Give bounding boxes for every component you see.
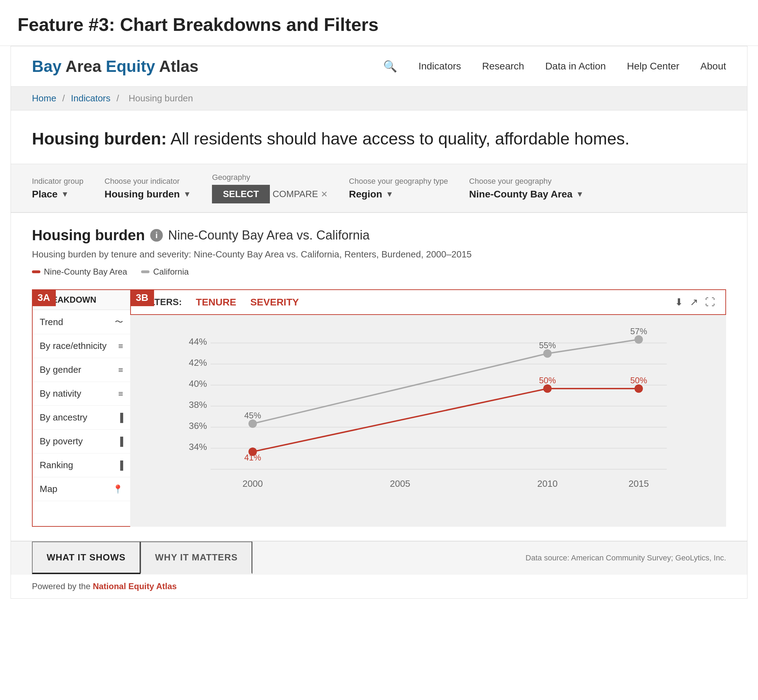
hero-title-rest: All residents should have access to qual…	[167, 130, 630, 148]
svg-text:38%: 38%	[189, 400, 207, 410]
cal-dot-2015	[634, 335, 643, 344]
site-logo[interactable]: Bay Area Equity Atlas	[32, 57, 199, 76]
logo-atlas: Atlas	[155, 57, 199, 75]
choose-indicator-arrow: ▼	[183, 190, 191, 199]
chart-panel-wrapper: 3A 3B BREAKDOWN Trend 〜 By race/e	[32, 289, 726, 527]
compare-button[interactable]: COMPARE ✕	[273, 185, 328, 203]
indicator-group-label: Indicator group	[32, 177, 83, 186]
chart-icon-2: ▐	[117, 437, 123, 447]
controls-bar: Indicator group Place ▼ Choose your indi…	[11, 164, 747, 213]
svg-text:50%: 50%	[630, 376, 647, 385]
breakdown-ancestry[interactable]: By ancestry ▐	[33, 406, 130, 430]
breakdown-gender[interactable]: By gender ≡	[33, 358, 130, 382]
breadcrumb: Home / Indicators / Housing burden	[11, 87, 747, 111]
chart-icon-3: ▐	[117, 461, 123, 470]
site-header: Bay Area Equity Atlas 🔍 Indicators Resea…	[11, 46, 747, 87]
tab-why-it-matters[interactable]: WHY IT MATTERS	[140, 542, 252, 574]
breakdown-race-label: By race/ethnicity	[40, 341, 106, 352]
logo-area: Area	[61, 57, 106, 75]
filter-severity[interactable]: SEVERITY	[250, 297, 299, 308]
download-icon[interactable]: ⬇	[675, 296, 683, 308]
label-3a: 3A	[32, 289, 56, 306]
svg-text:2015: 2015	[628, 478, 649, 489]
breakdown-ancestry-label: By ancestry	[40, 412, 88, 423]
breakdown-poverty[interactable]: By poverty ▐	[33, 430, 130, 453]
svg-text:44%: 44%	[189, 336, 207, 347]
geography-type-value: Region	[349, 189, 382, 200]
breakdown-trend[interactable]: Trend 〜	[33, 310, 130, 334]
breakdown-race[interactable]: By race/ethnicity ≡	[33, 334, 130, 358]
svg-text:36%: 36%	[189, 420, 207, 431]
tab-buttons: WHAT IT SHOWS WHY IT MATTERS	[32, 542, 252, 574]
label-3b: 3B	[130, 289, 154, 306]
legend-california: California	[141, 267, 188, 277]
breadcrumb-sep1: /	[63, 93, 67, 103]
breakdown-poverty-label: By poverty	[40, 436, 83, 447]
breadcrumb-home[interactable]: Home	[32, 93, 56, 103]
feature-title: Feature #3: Chart Breakdowns and Filters	[0, 0, 758, 46]
geography-type-control: Choose your geography type Region ▼	[349, 177, 448, 200]
nav-indicators[interactable]: Indicators	[418, 61, 461, 72]
chart-icon-1: ▐	[117, 413, 123, 423]
page-content: Housing burden: All residents should hav…	[11, 111, 747, 598]
breadcrumb-indicators[interactable]: Indicators	[71, 93, 111, 103]
svg-line-19	[253, 389, 547, 452]
bars-icon-1: ≡	[118, 341, 123, 351]
breakdown-ranking[interactable]: Ranking ▐	[33, 453, 130, 477]
site-footer: Powered by the National Equity Atlas	[11, 574, 747, 598]
chart-section: Housing burden i Nine-County Bay Area vs…	[11, 213, 747, 541]
chart-subtitle: Nine-County Bay Area vs. California	[168, 228, 370, 243]
legend-nine-county: Nine-County Bay Area	[32, 267, 127, 277]
share-icon[interactable]: ↗	[690, 296, 698, 308]
filters-row: FILTERS: TENURE SEVERITY ⬇ ↗ ⛶	[130, 289, 726, 315]
nav-help-center[interactable]: Help Center	[627, 61, 679, 72]
national-equity-atlas-link[interactable]: National Equity Atlas	[92, 581, 177, 591]
breakdown-map[interactable]: Map 📍	[33, 477, 130, 501]
svg-text:2000: 2000	[243, 478, 263, 489]
bottom-tabs: WHAT IT SHOWS WHY IT MATTERS Data source…	[11, 541, 747, 574]
hero-section: Housing burden: All residents should hav…	[11, 111, 747, 164]
compare-close-icon[interactable]: ✕	[321, 189, 328, 199]
hero-title: Housing burden: All residents should hav…	[32, 128, 726, 150]
geography-select-label: Choose your geography	[469, 177, 584, 186]
geography-type-select[interactable]: Region ▼	[349, 189, 448, 200]
breakdown-nativity[interactable]: By nativity ≡	[33, 382, 130, 406]
hero-title-bold: Housing burden:	[32, 130, 167, 148]
trend-icon: 〜	[115, 316, 123, 328]
legend-nine-county-label: Nine-County Bay Area	[44, 267, 127, 277]
filter-tenure[interactable]: TENURE	[196, 297, 236, 308]
svg-text:34%: 34%	[189, 442, 207, 452]
geography-control: Geography SELECT COMPARE ✕	[212, 173, 328, 203]
indicator-group-control: Indicator group Place ▼	[32, 177, 83, 200]
site-wrapper: Bay Area Equity Atlas 🔍 Indicators Resea…	[11, 46, 747, 598]
chart-svg: 44% 42% 40% 38% 36% 34% 2000 2005 2010	[137, 322, 719, 504]
svg-text:41%: 41%	[244, 453, 261, 462]
indicator-group-select[interactable]: Place ▼	[32, 189, 83, 200]
breakdown-ranking-label: Ranking	[40, 460, 73, 470]
svg-text:2005: 2005	[390, 478, 410, 489]
choose-indicator-select[interactable]: Housing burden ▼	[105, 189, 191, 200]
chart-legend: Nine-County Bay Area California	[32, 267, 726, 277]
geography-buttons: SELECT COMPARE ✕	[212, 185, 328, 203]
geography-select[interactable]: Nine-County Bay Area ▼	[469, 189, 584, 200]
nav-research[interactable]: Research	[482, 61, 524, 72]
data-source: Data source: American Community Survey; …	[526, 553, 726, 562]
select-button[interactable]: SELECT	[212, 185, 270, 203]
annotations-row: BREAKDOWN Trend 〜 By race/ethnicity ≡	[32, 289, 726, 527]
tab-what-it-shows[interactable]: WHAT IT SHOWS	[32, 542, 140, 574]
map-pin-icon: 📍	[113, 484, 123, 494]
geography-label: Geography	[212, 173, 328, 182]
svg-text:40%: 40%	[189, 378, 207, 389]
cal-dot-2000	[249, 419, 257, 428]
logo-bay: Bay	[32, 57, 61, 75]
breakdown-map-label: Map	[40, 484, 58, 494]
choose-indicator-value: Housing burden	[105, 189, 180, 200]
geography-select-control: Choose your geography Nine-County Bay Ar…	[469, 177, 584, 200]
search-icon[interactable]: 🔍	[383, 59, 397, 73]
nav-about[interactable]: About	[700, 61, 726, 72]
right-panel: FILTERS: TENURE SEVERITY ⬇ ↗ ⛶	[130, 289, 726, 527]
info-icon[interactable]: i	[150, 229, 163, 242]
expand-icon[interactable]: ⛶	[705, 296, 715, 308]
svg-line-18	[547, 339, 639, 353]
nav-data-in-action[interactable]: Data in Action	[545, 61, 606, 72]
